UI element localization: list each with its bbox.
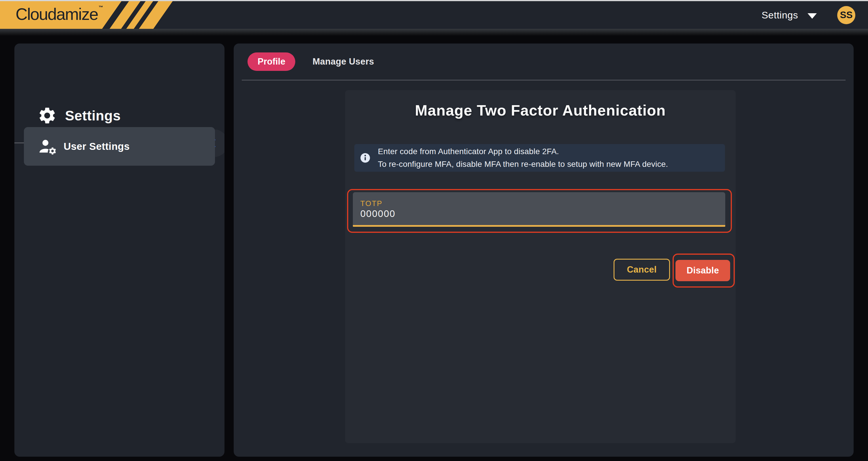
- totp-input[interactable]: [360, 208, 706, 219]
- annotation-highlight-disable: Disable: [673, 254, 735, 288]
- avatar-initials: SS: [840, 9, 852, 21]
- sidebar-item-label: User Settings: [64, 141, 130, 152]
- cloudamize-logo[interactable]: Cloudamize™: [0, 1, 190, 29]
- topbar: Cloudamize™ Settings SS: [0, 1, 868, 29]
- info-line-1: Enter code from Authenticator App to dis…: [378, 145, 668, 158]
- sidebar-header: Settings: [37, 106, 121, 125]
- sidebar-item-user-settings[interactable]: User Settings: [24, 127, 215, 166]
- page-title: Manage Two Factor Authenication: [345, 102, 736, 119]
- tab-profile[interactable]: Profile: [248, 52, 295, 71]
- user-gear-icon: [38, 137, 57, 155]
- info-line-2: To re-configure MFA, disable MFA then re…: [378, 158, 668, 171]
- info-banner: Enter code from Authenticator App to dis…: [354, 144, 725, 172]
- totp-field[interactable]: TOTP: [353, 192, 725, 227]
- brand-wordmark: Cloudamize™: [16, 4, 102, 24]
- chevron-down-icon: [808, 13, 817, 19]
- trademark-symbol: ™: [98, 5, 103, 10]
- info-icon: [360, 153, 370, 163]
- two-factor-card: Manage Two Factor Authenication Enter co…: [345, 90, 736, 443]
- info-text: Enter code from Authenticator App to dis…: [378, 145, 668, 171]
- main-panel: Profile Manage Users Manage Two Factor A…: [234, 44, 854, 457]
- topbar-right: Settings SS: [762, 1, 855, 29]
- sidebar: Settings User Settings: [14, 44, 224, 457]
- gear-icon: [37, 106, 57, 125]
- app-window: Cloudamize™ Settings SS Settings: [0, 0, 868, 461]
- settings-menu-label: Settings: [762, 9, 798, 21]
- sidebar-title: Settings: [65, 108, 121, 124]
- disable-button[interactable]: Disable: [676, 260, 730, 281]
- annotation-highlight-totp: TOTP: [347, 189, 732, 233]
- cancel-button[interactable]: Cancel: [614, 259, 670, 281]
- tabs-divider: [242, 80, 845, 80]
- settings-menu-dropdown[interactable]: Settings: [762, 9, 817, 21]
- topbar-shadow: [0, 29, 868, 36]
- tab-manage-users[interactable]: Manage Users: [311, 52, 376, 71]
- totp-field-label: TOTP: [360, 199, 382, 208]
- avatar[interactable]: SS: [837, 6, 855, 24]
